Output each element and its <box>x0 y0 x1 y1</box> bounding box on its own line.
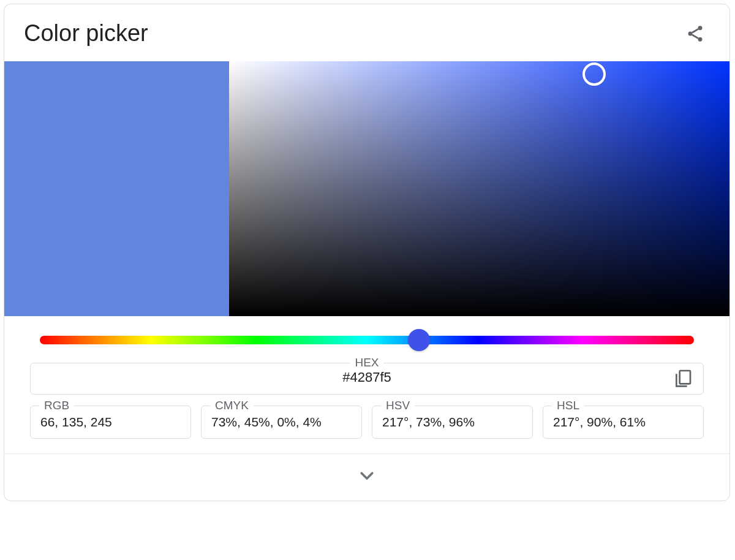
chevron-down-icon[interactable] <box>358 466 376 485</box>
share-icon[interactable] <box>685 24 705 44</box>
hue-slider[interactable] <box>40 336 694 344</box>
hex-field[interactable]: HEX #4287f5 <box>30 363 704 395</box>
svg-rect-3 <box>680 371 690 384</box>
color-picker-card: Color picker HEX #4287f5 <box>4 4 730 501</box>
hsl-field[interactable]: HSL 217°, 90%, 61% <box>543 406 704 439</box>
sv-black-layer <box>229 61 729 316</box>
saturation-value-panel[interactable] <box>229 61 729 316</box>
hsv-value: 217°, 73%, 96% <box>382 415 475 429</box>
cmyk-value: 73%, 45%, 0%, 4% <box>211 415 322 429</box>
hsl-label: HSL <box>552 399 584 412</box>
rgb-field[interactable]: RGB 66, 135, 245 <box>30 406 191 439</box>
value-fields: HEX #4287f5 RGB 66, 135, 245 CMYK 73%, 4… <box>4 349 729 445</box>
rgb-value: 66, 135, 245 <box>40 415 112 429</box>
copy-icon <box>673 380 693 390</box>
hex-value: #4287f5 <box>342 369 391 385</box>
expand-footer <box>4 453 729 501</box>
page-title: Color picker <box>24 20 148 47</box>
hsv-label: HSV <box>381 399 415 412</box>
color-swatch <box>4 61 229 316</box>
header: Color picker <box>4 4 729 61</box>
copy-button[interactable] <box>673 368 693 389</box>
cmyk-label: CMYK <box>210 399 254 412</box>
svg-point-2 <box>698 37 703 41</box>
hue-thumb[interactable] <box>408 329 430 351</box>
hue-slider-row <box>4 316 729 349</box>
svg-point-0 <box>698 26 703 30</box>
hsl-value: 217°, 90%, 61% <box>553 415 646 429</box>
cmyk-field[interactable]: CMYK 73%, 45%, 0%, 4% <box>201 406 362 439</box>
rgb-label: RGB <box>39 399 74 412</box>
hsv-field[interactable]: HSV 217°, 73%, 96% <box>372 406 533 439</box>
svg-point-1 <box>688 31 693 36</box>
hex-label: HEX <box>350 356 383 369</box>
picker-canvas <box>4 61 729 316</box>
secondary-fields: RGB 66, 135, 245 CMYK 73%, 45%, 0%, 4% H… <box>30 406 704 439</box>
